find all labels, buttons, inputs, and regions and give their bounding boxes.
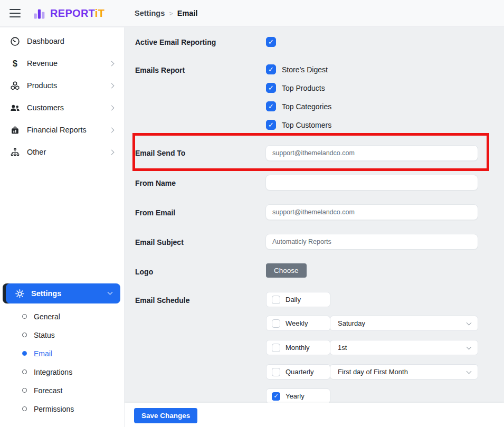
sidebar-item-customers[interactable]: Customers (0, 97, 124, 119)
sidebar-item-settings[interactable]: Settings (6, 283, 120, 303)
logo-text: REPORTiT (50, 7, 104, 20)
settings-email-form: Active Email Reporting Emails Report Sto… (125, 27, 504, 427)
bar-chart-icon (33, 7, 46, 20)
schedule-label: Weekly (286, 319, 308, 327)
sidebar-item-other[interactable]: Other (0, 141, 124, 163)
from-email-input[interactable] (265, 204, 478, 220)
sidebar-subitem-label: Integrations (34, 368, 72, 376)
daily-checkbox[interactable] (272, 296, 280, 304)
active-email-reporting-checkbox[interactable] (266, 37, 276, 47)
app-logo[interactable]: REPORTiT (33, 7, 104, 20)
sidebar-subitem-integrations[interactable]: Integrations (0, 363, 124, 381)
yearly-checkbox[interactable] (272, 392, 280, 401)
breadcrumb-section[interactable]: Settings (135, 9, 165, 17)
top-customers-checkbox[interactable] (266, 120, 276, 130)
sidebar-item-label: Products (27, 81, 57, 90)
field-label-from-name: From Name (135, 179, 176, 187)
chevron-right-icon (109, 105, 115, 110)
chevron-right-icon (109, 149, 115, 155)
sidebar-subitem-label: Status (34, 331, 55, 339)
gauge-icon (9, 36, 20, 46)
schedule-row-quarterly: Quarterly First day of First Month (266, 364, 478, 379)
chevron-down-icon (108, 289, 113, 295)
chevron-down-icon (467, 369, 472, 374)
weekly-day-select[interactable]: Saturday (330, 316, 478, 331)
emails-report-option: Top Categories (266, 101, 331, 111)
sidebar-item-label: Other (27, 148, 46, 156)
chevron-right-icon (109, 127, 115, 132)
sidebar-subitem-label: General (34, 312, 60, 321)
radio-bullet-icon (22, 388, 27, 393)
top-categories-checkbox[interactable] (266, 101, 276, 111)
emails-report-option: Top Products (266, 83, 325, 93)
field-label-from-email: From Email (135, 208, 175, 217)
select-value: First day of First Month (338, 368, 408, 376)
sidebar-item-label: Financial Reports (27, 126, 87, 134)
email-subject-input[interactable] (265, 234, 478, 250)
settings-section: Settings General Status Email Integratio… (0, 283, 124, 418)
sidebar-subitem-status[interactable]: Status (0, 326, 124, 344)
chevron-down-icon (467, 320, 472, 326)
sidebar-subitem-forecast[interactable]: Forecast (0, 381, 124, 400)
sidebar-item-products[interactable]: Products (0, 74, 124, 97)
sidebar-item-label: Customers (27, 103, 64, 112)
breadcrumb: Settings > Email (135, 0, 197, 26)
monthly-day-select[interactable]: 1st (330, 340, 478, 355)
sidebar-item-label: Revenue (27, 59, 58, 68)
schedule-row-weekly: Weekly Saturday (266, 316, 478, 331)
modules-icon (9, 80, 20, 91)
chevron-right-icon (109, 61, 115, 66)
dollar-icon: $ (9, 58, 20, 69)
emails-report-option: Top Customers (266, 120, 331, 130)
chevron-down-icon (467, 345, 472, 350)
schedule-row-yearly: Yearly (266, 388, 330, 404)
schedule-label: Daily (286, 296, 301, 303)
form-footer: Save Changes (125, 403, 504, 427)
option-label: Top Categories (282, 102, 331, 111)
monthly-checkbox[interactable] (272, 344, 280, 352)
weekly-checkbox[interactable] (272, 319, 280, 328)
sidebar-nav: Dashboard $ Revenue Products Customers (0, 27, 124, 163)
top-products-checkbox[interactable] (266, 83, 276, 93)
chevron-right-icon (109, 83, 115, 88)
sitemap-icon (9, 147, 20, 157)
option-label: Top Customers (282, 121, 331, 129)
stores-digest-checkbox[interactable] (266, 64, 276, 74)
field-label-email-schedule: Email Schedule (135, 296, 189, 305)
from-name-input[interactable] (265, 175, 478, 191)
breadcrumb-separator-icon: > (169, 10, 173, 17)
option-label: Store’s Digest (282, 65, 328, 74)
sidebar-subitem-email[interactable]: Email (0, 344, 124, 363)
sidebar: Dashboard $ Revenue Products Customers (0, 27, 125, 427)
email-send-to-input[interactable] (265, 145, 478, 161)
sidebar-item-revenue[interactable]: $ Revenue (0, 52, 124, 74)
select-value: 1st (338, 344, 347, 352)
field-label-email-subject: Email Subject (135, 238, 184, 246)
sidebar-item-label: Dashboard (27, 37, 64, 45)
save-changes-button[interactable]: Save Changes (134, 408, 197, 423)
field-label-email-send-to: Email Send To (135, 149, 185, 157)
schedule-row-monthly: Monthly 1st (266, 340, 478, 355)
sidebar-item-financial-reports[interactable]: Financial Reports (0, 119, 124, 141)
briefcase-chart-icon (9, 125, 20, 135)
sidebar-item-dashboard[interactable]: Dashboard (0, 30, 124, 52)
svg-text:$: $ (13, 59, 17, 68)
sidebar-subitem-label: Permissions (34, 405, 74, 413)
sidebar-subitem-general[interactable]: General (0, 307, 124, 326)
breadcrumb-page: Email (177, 9, 198, 17)
radio-bullet-icon (22, 351, 27, 356)
users-icon (9, 102, 20, 113)
sidebar-subitem-label: Email (34, 349, 52, 358)
sidebar-item-label: Settings (31, 289, 61, 298)
radio-bullet-icon (22, 333, 27, 337)
sidebar-subitem-permissions[interactable]: Permissions (0, 400, 124, 418)
schedule-label: Quarterly (286, 368, 313, 376)
hamburger-menu-icon[interactable] (9, 9, 21, 17)
sidebar-subitem-label: Forecast (34, 386, 62, 395)
radio-bullet-icon (22, 314, 27, 319)
schedule-row-daily: Daily (266, 292, 330, 307)
quarterly-checkbox[interactable] (272, 368, 280, 376)
top-bar: REPORTiT Settings > Email (0, 0, 504, 27)
quarterly-day-select[interactable]: First day of First Month (330, 364, 478, 379)
logo-choose-button[interactable]: Choose (266, 263, 307, 278)
